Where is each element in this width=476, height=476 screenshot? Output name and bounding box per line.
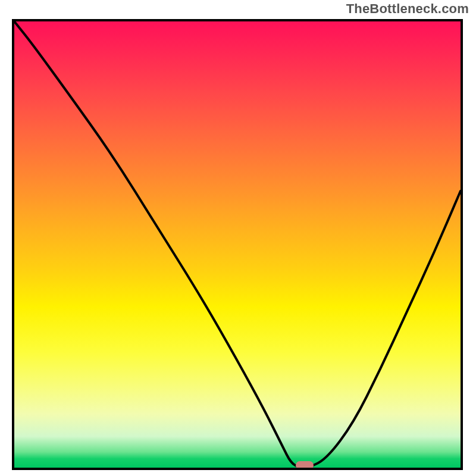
- watermark-text: TheBottleneck.com: [346, 1, 469, 17]
- curve-layer: [14, 21, 461, 468]
- chart-frame: TheBottleneck.com: [0, 0, 476, 476]
- plot-area: [12, 19, 463, 470]
- bottleneck-curve: [14, 21, 461, 468]
- sweet-spot-marker: [296, 461, 314, 469]
